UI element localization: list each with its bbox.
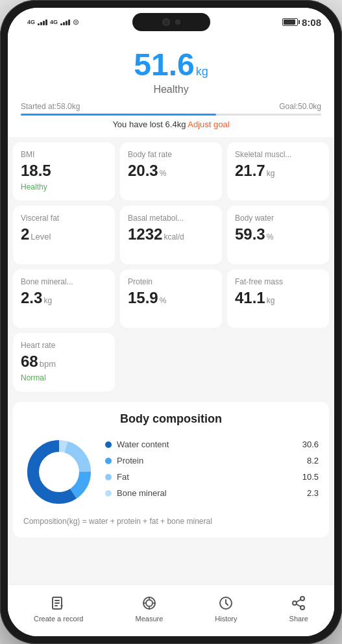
svg-line-20 [297,599,301,602]
signal-bars-2 [60,19,70,25]
history-icon [217,594,235,612]
metric-value-6: 2.3 [21,289,42,307]
main-content: 51.6 kg Healthy Started at:58.0kg Goal:5… [8,36,334,584]
metric-unit-4: kcal/d [164,232,184,242]
legend-value-2: 10.5 [302,472,319,482]
metric-label-3: Visceral fat [21,214,107,223]
metric-label-1: Body fat rate [128,150,214,159]
donut-chart [23,436,95,508]
metric-unit-2: kg [267,169,275,178]
weight-header: 51.6 kg Healthy Started at:58.0kg Goal:5… [8,36,334,137]
metric-card-8[interactable]: Fat-free mass41.1kg [227,269,329,328]
metric-status-0: Healthy [21,182,107,192]
legend-value-3: 2.3 [307,488,319,498]
composition-content: Water content30.6Protein8.2Fat10.5Bone m… [23,436,319,508]
metric-card-7[interactable]: Protein15.9% [120,269,222,328]
signal-group: 4G 4G ⊜ [27,18,79,27]
weight-status: Healthy [21,84,321,95]
metric-card-2[interactable]: Skeletal muscl...21.7kg [227,142,329,201]
adjust-goal-link[interactable]: Adjust goal [188,119,229,129]
metric-label-6: Bone mineral... [21,277,107,286]
signal-1-label: 4G [27,19,35,25]
metric-label-8: Fat-free mass [235,277,321,286]
nav-item-measure[interactable]: Measure [127,591,171,625]
legend-dot-3 [105,490,112,497]
progress-labels: Started at:58.0kg Goal:50.0kg [21,102,321,111]
metric-unit-5: % [267,232,274,242]
camera-notch [132,13,210,31]
metric-value-9: 68 [21,353,38,371]
metric-unit-1: % [160,169,167,178]
svg-point-4 [40,452,79,491]
nav-label-3: Share [289,615,308,623]
metric-card-5[interactable]: Body water59.3% [227,206,329,264]
metric-label-2: Skeletal muscl... [235,150,321,159]
phone-frame: 4G 4G ⊜ 8 [0,0,342,644]
signal-bars-1 [38,19,47,25]
composition-legend: Water content30.6Protein8.2Fat10.5Bone m… [105,440,319,504]
legend-item-2: Fat10.5 [105,472,319,482]
legend-value-0: 30.6 [302,440,319,449]
nav-item-share[interactable]: Share [282,591,316,625]
metric-value-1: 20.3 [128,162,158,180]
metric-card-3[interactable]: Visceral fat2Level [13,206,115,264]
legend-item-1: Protein8.2 [105,456,319,465]
metric-unit-3: Level [31,232,51,242]
signal-2-label: 4G [50,19,58,25]
metric-card-6[interactable]: Bone mineral...2.3kg [13,269,115,328]
nav-label-0: Create a record [34,615,83,623]
camera-lens-1 [162,18,170,26]
nav-label-1: Measure [135,615,163,623]
nav-item-edit[interactable]: Create a record [26,591,91,625]
svg-point-10 [146,600,153,606]
metric-value-8: 41.1 [235,289,265,307]
metric-card-1[interactable]: Body fat rate20.3% [120,142,222,201]
camera-lens-2 [175,19,180,25]
metric-value-5: 59.3 [235,225,265,243]
weight-unit: kg [196,65,208,79]
metric-value-7: 15.9 [128,289,158,307]
composition-section: Body composition [13,402,329,538]
status-bar: 4G 4G ⊜ 8 [8,8,334,36]
start-label: Started at:58.0kg [21,102,80,111]
metric-label-7: Protein [128,277,214,286]
battery-icon [282,18,298,26]
metric-value-2: 21.7 [235,162,265,180]
weight-display: 51.6 kg [21,47,321,82]
progress-bar [21,114,321,116]
composition-formula: Composition(kg) = water + protein + fat … [23,515,319,527]
metric-value-0: 18.5 [21,162,51,180]
metric-label-5: Body water [235,214,321,223]
wifi-icon: ⊜ [73,18,79,27]
battery-time-group: 8:08 [282,17,321,28]
legend-item-3: Bone mineral2.3 [105,488,319,498]
metric-card-9[interactable]: Heart rate68bpmNormal [13,333,115,391]
legend-item-0: Water content30.6 [105,440,319,449]
progress-section: Started at:58.0kg Goal:50.0kg [21,102,321,116]
metric-card-4[interactable]: Basal metabol...1232kcal/d [120,206,222,264]
lost-text: You have lost 6.4kg Adjust goal [21,119,321,129]
legend-name-0: Water content [117,440,169,449]
weight-value: 51.6 [134,47,194,82]
svg-line-19 [297,604,301,606]
nav-item-history[interactable]: History [207,591,245,625]
phone-screen: 4G 4G ⊜ 8 [8,8,334,636]
legend-name-1: Protein [117,456,143,465]
metric-label-9: Heart rate [21,341,107,350]
lost-amount: You have lost 6.4kg [112,119,186,129]
metric-unit-8: kg [267,296,275,305]
metric-label-0: BMI [21,150,107,159]
metric-label-4: Basal metabol... [128,214,214,223]
metric-unit-9: bpm [40,359,56,369]
legend-name-2: Fat [117,472,129,482]
legend-dot-0 [105,441,112,448]
bottom-nav: Create a record Measure History Share [8,584,334,636]
metric-card-0[interactable]: BMI18.5Healthy [13,142,115,201]
metric-value-3: 2 [21,225,29,243]
metric-unit-6: kg [43,296,52,305]
legend-name-3: Bone mineral [117,488,167,498]
nav-label-2: History [215,615,237,623]
share-icon [289,594,308,612]
legend-dot-1 [105,458,112,464]
metric-status-9: Normal [21,373,107,382]
